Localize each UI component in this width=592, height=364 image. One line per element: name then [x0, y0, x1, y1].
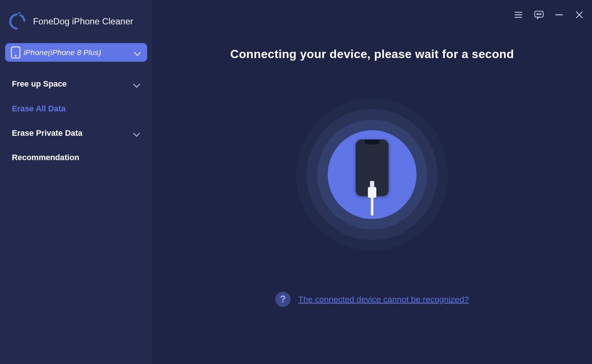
connecting-graphic: [296, 98, 448, 250]
phone-icon: [11, 47, 20, 58]
svg-point-6: [540, 14, 541, 14]
svg-point-5: [538, 14, 539, 14]
sidebar-item-recommendation[interactable]: Recommendation: [8, 145, 145, 170]
sidebar-item-label: Erase All Data: [12, 104, 65, 113]
main-area: Connecting your device, please wait for …: [152, 0, 592, 364]
brand: FoneDog iPhone Cleaner: [3, 4, 149, 43]
feedback-icon[interactable]: [532, 9, 545, 21]
sidebar-item-free-up-space[interactable]: Free up Space: [8, 72, 145, 96]
sidebar-item-erase-private-data[interactable]: Erase Private Data: [8, 121, 145, 145]
help-line: ? The connected device cannot be recogni…: [152, 292, 592, 307]
svg-point-4: [536, 14, 537, 14]
minimize-icon[interactable]: [553, 9, 565, 21]
sidebar-item-label: Recommendation: [12, 153, 79, 162]
device-selector[interactable]: iPhone(iPhone 8 Plus): [5, 43, 147, 62]
help-icon[interactable]: ?: [275, 292, 290, 307]
app-logo-icon: [8, 12, 27, 31]
sidebar-menu: Free up Space Erase All Data Erase Priva…: [3, 68, 149, 174]
status-title: Connecting your device, please wait for …: [152, 47, 592, 61]
menu-icon[interactable]: [512, 9, 525, 21]
titlebar: [512, 9, 586, 21]
sidebar-item-label: Erase Private Data: [12, 128, 83, 138]
device-label: iPhone(iPhone 8 Plus): [24, 48, 130, 57]
chevron-down-icon: [133, 129, 141, 137]
sidebar: FoneDog iPhone Cleaner iPhone(iPhone 8 P…: [0, 0, 152, 364]
help-link[interactable]: The connected device cannot be recognize…: [298, 294, 469, 304]
app-title: FoneDog iPhone Cleaner: [33, 17, 133, 27]
chevron-down-icon: [133, 80, 141, 88]
sidebar-item-erase-all-data[interactable]: Erase All Data: [8, 97, 145, 121]
close-icon[interactable]: [573, 9, 586, 21]
cable-graphic-icon: [368, 181, 376, 216]
sidebar-item-label: Free up Space: [12, 80, 67, 89]
chevron-down-icon: [134, 48, 141, 56]
